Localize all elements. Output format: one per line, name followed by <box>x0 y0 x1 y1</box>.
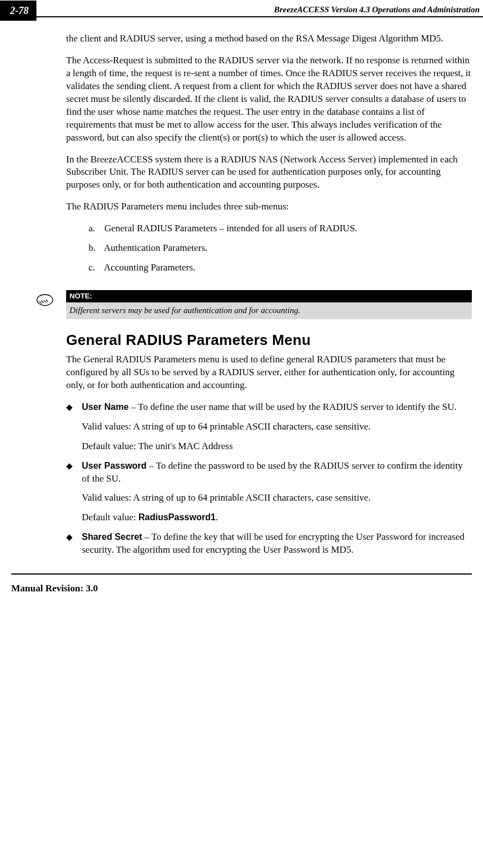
submenu-text: General RADIUS Parameters – intended for… <box>104 223 357 234</box>
paragraph: The RADIUS Parameters menu includes thre… <box>66 200 472 213</box>
page-header: 2-78 BreezeACCESS Version 4.3 Operations… <box>0 0 483 21</box>
paragraph: the client and RADIUS server, using a me… <box>66 32 472 45</box>
bullet-shared-secret: Shared Secret – To define the key that w… <box>66 531 472 557</box>
bullet-def: – To define the user name that will be u… <box>129 402 457 412</box>
submenu-item-c: c. Accounting Parameters. <box>89 262 472 274</box>
bullet-label: User Name <box>82 402 129 412</box>
header-title: BreezeACCESS Version 4.3 Operations and … <box>36 4 483 17</box>
note-icon <box>35 290 55 311</box>
submenu-label: a. <box>89 222 102 235</box>
bullet-valid: Valid values: A string of up to 64 print… <box>82 492 472 505</box>
bullet-list: User Name – To define the user name that… <box>66 401 472 557</box>
section-intro: The General RADIUS Parameters menu is us… <box>66 353 472 392</box>
page-footer: Manual Revision: 3.0 <box>11 573 472 595</box>
note-block: NOTE: Different servers may be used for … <box>35 290 472 319</box>
bullet-valid: Valid values: A string of up to 64 print… <box>82 421 472 433</box>
section-title: General RADIUS Parameters Menu <box>66 330 472 350</box>
paragraph: In the BreezeACCESS system there is a RA… <box>66 153 472 192</box>
bullet-user-name: User Name – To define the user name that… <box>66 401 472 453</box>
note-body: Different servers may be used for authen… <box>66 302 472 319</box>
manual-revision: Manual Revision: 3.0 <box>11 583 97 594</box>
submenu-list: a. General RADIUS Parameters – intended … <box>89 222 472 274</box>
submenu-label: b. <box>89 242 102 255</box>
submenu-text: Accounting Parameters. <box>104 262 195 273</box>
submenu-item-a: a. General RADIUS Parameters – intended … <box>89 222 472 235</box>
bullet-label: Shared Secret <box>82 532 142 542</box>
bullet-user-password: User Password – To define the password t… <box>66 460 472 525</box>
submenu-text: Authentication Parameters. <box>104 242 207 253</box>
page-number-box: 2-78 <box>0 1 36 21</box>
paragraph: The Access-Request is submitted to the R… <box>66 54 472 144</box>
bullet-default: Default value: RadiusPassword1. <box>82 511 472 524</box>
page-content: the client and RADIUS server, using a me… <box>0 21 483 557</box>
submenu-label: c. <box>89 262 102 274</box>
note-heading: NOTE: <box>66 290 472 302</box>
submenu-item-b: b. Authentication Parameters. <box>89 242 472 255</box>
bullet-label: User Password <box>82 461 147 470</box>
bullet-default: Default value: The unit's MAC Address <box>82 440 472 453</box>
